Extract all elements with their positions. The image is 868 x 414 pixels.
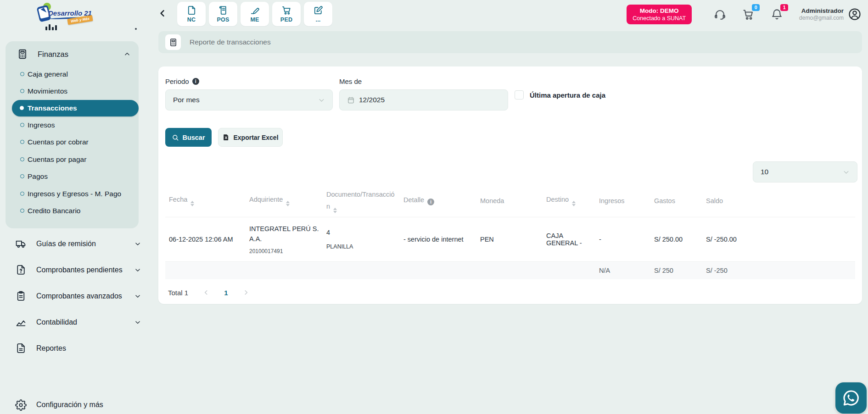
sidebar-item-credito-bancario[interactable]: Credito Bancario (6, 203, 139, 220)
sidebar-group-header-finanzas[interactable]: Finanzas (6, 41, 139, 62)
cell-saldo: S/ -250.00 (702, 217, 855, 262)
table-row[interactable]: 06-12-2025 12:06 AM INTEGRATEL PERÚ S.A.… (165, 217, 855, 262)
chart-line-icon (15, 316, 27, 328)
calculator-icon (17, 48, 28, 60)
col-header-documento-transaccion[interactable]: Documento/Transacción (323, 185, 400, 217)
mode-badge-line1: Modo: DEMO (633, 7, 686, 14)
calendar-icon (347, 96, 355, 104)
prev-page-button[interactable] (202, 289, 210, 296)
info-icon[interactable] (427, 199, 434, 205)
ultima-apertura-row: Última apertura de caja (515, 90, 605, 99)
bullet-icon (20, 140, 24, 144)
current-page[interactable]: 1 (224, 289, 228, 297)
search-icon (172, 134, 179, 141)
sidebar-item-pagos[interactable]: Pagos (6, 168, 139, 186)
sidebar-item-reportes[interactable]: Reportes (0, 335, 154, 361)
brand-name: Desarrollo (48, 9, 82, 17)
exportar-excel-button[interactable]: Exportar Excel (218, 128, 283, 147)
ultima-apertura-label: Última apertura de caja (530, 91, 605, 99)
chevron-down-icon (134, 241, 141, 247)
pen-icon (250, 5, 260, 16)
sidebar-item-guias-de-remision[interactable]: Guías de remisión (0, 231, 154, 257)
cart-icon (281, 5, 292, 16)
bullet-icon (20, 157, 24, 161)
mode-badge: Modo: DEMO Conectado a SUNAT (627, 5, 692, 24)
scrolled-item-remnant (135, 28, 137, 30)
sidebar-item-configuracion-y-mas[interactable]: Configuración y más (0, 395, 154, 414)
sidebar-item-transacciones-active[interactable]: Transacciones (12, 100, 139, 116)
sidebar-item-movimientos[interactable]: Movimientos (6, 83, 139, 100)
notifications-button[interactable]: 1 (771, 8, 783, 21)
shortcut-more[interactable]: ... (304, 2, 332, 26)
mode-badge-line2: Conectado a SUNAT (633, 15, 686, 22)
sidebar-sections: Guías de remisión Comprobantes pendiente… (0, 231, 154, 361)
mes-input[interactable]: 12/2025 (339, 89, 508, 110)
user-menu[interactable]: Administrador demo@gmail.com (799, 7, 862, 21)
main-area: NC POS ME PED ... (154, 0, 868, 414)
receipt-icon (218, 5, 229, 16)
shortcut-pos[interactable]: POS (209, 2, 237, 26)
mes-label: Mes de (339, 77, 362, 85)
sidebar-item-ingresos[interactable]: Ingresos (6, 116, 139, 134)
finanzas-items: Caja general Movimientos Transacciones I… (6, 66, 139, 220)
page-title-icon-box (165, 34, 181, 50)
user-name: Administrador (799, 7, 844, 14)
bullet-icon (20, 192, 24, 196)
whatsapp-icon (842, 389, 860, 407)
shortcut-me[interactable]: ME (241, 2, 269, 26)
sort-icon (286, 201, 290, 206)
topbar: NC POS ME PED ... (154, 0, 868, 28)
col-header-fecha[interactable]: Fecha (165, 185, 246, 217)
chevron-down-icon (134, 293, 141, 299)
col-header-adquiriente[interactable]: Adquiriente (246, 185, 323, 217)
chevron-up-icon (124, 51, 130, 57)
sidebar-item-caja-general[interactable]: Caja general (6, 66, 139, 83)
sidebar-item-contabilidad[interactable]: Contabilidad (0, 309, 154, 335)
col-header-detalle: Detalle (400, 185, 476, 217)
edit-icon (313, 5, 324, 16)
ultima-apertura-checkbox[interactable] (515, 90, 524, 99)
cell-moneda: PEN (476, 217, 543, 262)
bullet-icon (20, 123, 24, 127)
shortcut-ped[interactable]: PED (272, 2, 301, 26)
cell-tipo: PLANILLA (326, 243, 396, 250)
shortcut-buttons: NC POS ME PED ... (177, 2, 332, 26)
back-button[interactable] (156, 7, 169, 21)
col-header-destino[interactable]: Destino (543, 185, 595, 217)
sidebar-item-cuentas-por-pagar[interactable]: Cuentas por pagar (6, 151, 139, 168)
topbar-right: Modo: DEMO Conectado a SUNAT 0 1 Adminis… (627, 0, 862, 28)
sidebar-item-comprobantes-avanzados[interactable]: Comprobantes avanzados (0, 283, 154, 309)
info-icon[interactable] (192, 78, 199, 85)
summary-saldo: S/ -250 (702, 262, 855, 280)
sidebar-item-cuentas-por-cobrar[interactable]: Cuentas por cobrar (6, 134, 139, 151)
whatsapp-button[interactable] (835, 382, 867, 414)
bullet-icon (20, 106, 24, 110)
chevron-down-icon (318, 97, 325, 104)
cart-button[interactable]: 0 (742, 8, 755, 21)
excel-file-icon (222, 133, 230, 141)
periodo-label: Periodo (165, 77, 199, 85)
support-button[interactable] (714, 8, 726, 21)
shortcut-nc[interactable]: NC (177, 2, 206, 26)
chevron-down-icon (134, 319, 141, 326)
content-card: Periodo Por mes Mes de 12/2025 Última ap… (158, 66, 862, 304)
scrolled-bar-chart-icon (45, 24, 60, 30)
user-email: demo@gmail.com (799, 15, 844, 21)
sort-icon (333, 208, 337, 213)
page-size-select[interactable]: 10 (753, 161, 857, 182)
sidebar-item-ingresos-egresos-m-pago[interactable]: Ingresos y Egresos - M. Pago (6, 185, 139, 203)
bullet-icon (20, 174, 24, 178)
sidebar-group-finanzas: Finanzas Caja general Movimientos Transa… (6, 41, 139, 228)
sidebar-item-comprobantes-pendientes[interactable]: Comprobantes pendientes (0, 257, 154, 283)
brand-logo[interactable]: Desarrollo21 Web y Más (38, 2, 98, 26)
buscar-button[interactable]: Buscar (165, 128, 212, 147)
cart-badge: 0 (752, 4, 760, 11)
periodo-select[interactable]: Por mes (165, 89, 333, 110)
next-page-button[interactable] (242, 289, 250, 296)
truck-icon (15, 238, 27, 249)
cell-destino: CAJA GENERAL - (543, 217, 595, 262)
cell-adquiriente: INTEGRATEL PERÚ S.A.A. 20100017491 (246, 217, 323, 262)
col-header-ingresos: Ingresos (595, 185, 650, 217)
file-lines-icon (15, 342, 27, 354)
cell-ingresos: - (595, 217, 650, 262)
